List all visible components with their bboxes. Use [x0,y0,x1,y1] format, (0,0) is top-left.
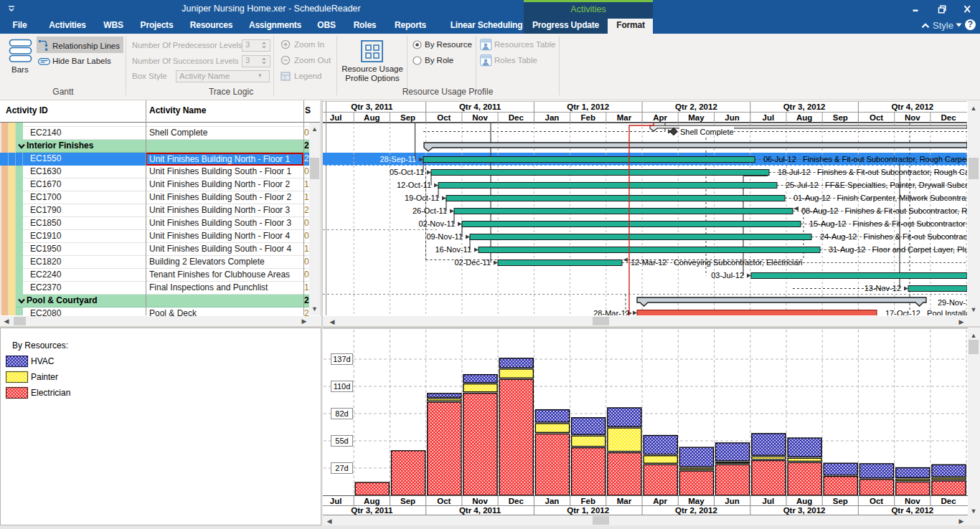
svg-text:28-Sep-11: 28-Sep-11 [380,155,416,163]
svg-text:02-Dec-11: 02-Dec-11 [454,258,491,267]
svg-text:16-Nov-11: 16-Nov-11 [435,245,471,254]
svg-text:May: May [688,497,705,505]
svg-text:▶: ▶ [959,518,964,525]
svg-text:29-Nov-1: 29-Nov-1 [938,298,970,307]
svg-text:Oct: Oct [437,113,451,122]
svg-text:Sep: Sep [400,113,415,122]
svg-text:Jul: Jul [763,113,775,122]
svg-text:Nov: Nov [905,497,920,505]
svg-text:05-Oct-11: 05-Oct-11 [390,168,424,176]
svg-text:Qtr 4, 2012: Qtr 4, 2012 [891,506,933,515]
svg-text:Jun: Jun [725,497,739,505]
svg-text:Jul: Jul [763,497,775,505]
svg-text:Oct: Oct [870,497,883,505]
svg-text:Oct: Oct [437,497,451,505]
svg-text:Sep: Sep [833,497,848,505]
svg-text:Nov: Nov [472,113,488,122]
svg-text:55d: 55d [335,437,348,445]
svg-text:Qtr 3, 2011: Qtr 3, 2011 [351,103,393,111]
svg-text:Shell Complete: Shell Complete [680,128,734,136]
svg-text:▼: ▼ [971,507,977,515]
svg-text:Mar: Mar [617,497,632,505]
svg-text:137d: 137d [333,355,350,363]
svg-text:Aug: Aug [796,497,812,505]
svg-text:Qtr 3, 2012: Qtr 3, 2012 [783,103,826,111]
svg-text:Sep: Sep [400,497,415,505]
svg-text:06-Jul-12 Finishes & Fit-out: 06-Jul-12 Finishes & Fit-out Subcontract… [763,155,971,163]
svg-text:▼: ▼ [971,306,977,313]
svg-text:Qtr 3, 2011: Qtr 3, 2011 [351,506,393,515]
svg-text:Qtr 1, 2012: Qtr 1, 2012 [567,506,609,515]
svg-text:Oct: Oct [870,113,883,122]
svg-text:Sep: Sep [833,113,848,122]
svg-text:13-Nov-12: 13-Nov-12 [864,284,901,292]
svg-text:03-Jul-12: 03-Jul-12 [711,271,744,280]
svg-text:▲: ▲ [971,105,977,112]
svg-text:12-Oct-11: 12-Oct-11 [397,181,431,189]
svg-text:Qtr 2, 2012: Qtr 2, 2012 [675,506,717,515]
svg-text:Jan: Jan [545,113,560,122]
svg-text:82d: 82d [335,409,348,418]
svg-text:31-Aug-12 Floor and Carpet L: 31-Aug-12 Floor and Carpet Layer, Plu [829,245,969,254]
svg-text:◀: ◀ [330,318,335,325]
svg-text:24-Aug-12 Finishes & Fit-out: 24-Aug-12 Finishes & Fit-out Subcontrac [820,232,967,241]
svg-text:Qtr 2, 2012: Qtr 2, 2012 [675,103,717,111]
svg-text:Jun: Jun [725,113,739,122]
svg-text:Aug: Aug [364,497,380,505]
svg-text:Aug: Aug [796,113,812,122]
svg-text:Jan: Jan [545,497,560,505]
svg-text:Aug: Aug [364,113,380,122]
svg-text:Jul: Jul [330,497,342,505]
svg-text:15-Aug-12 Finishes & Fit-out: 15-Aug-12 Finishes & Fit-out Subcontract… [809,219,966,228]
svg-text:Nov: Nov [472,497,488,505]
svg-text:Qtr 4, 2011: Qtr 4, 2011 [459,103,501,111]
svg-text:▲: ▲ [971,332,977,339]
svg-text:Dec: Dec [941,497,956,505]
svg-text:Qtr 4, 2012: Qtr 4, 2012 [891,103,933,111]
svg-text:Qtr 1, 2012: Qtr 1, 2012 [567,103,609,111]
svg-text:Feb: Feb [580,113,595,122]
svg-text:▶: ▶ [959,318,964,325]
svg-text:01-Aug-12 Finish Carpenter,: 01-Aug-12 Finish Carpenter, Millwork Sub… [793,194,966,202]
svg-text:27d: 27d [335,464,348,472]
svg-text:May: May [688,113,705,122]
svg-text:Mar: Mar [617,113,632,122]
svg-text:09-Nov-11: 09-Nov-11 [426,232,463,241]
svg-text:Dec: Dec [509,497,524,505]
svg-text:Qtr 3, 2012: Qtr 3, 2012 [783,506,826,515]
svg-text:Qtr 4, 2011: Qtr 4, 2011 [459,506,501,515]
svg-text:02-Nov-11: 02-Nov-11 [418,219,455,228]
svg-text:Dec: Dec [509,113,524,122]
svg-text:25-Jul-12 FF&E Specialties,: 25-Jul-12 FF&E Specialties, Painter, Dry… [786,181,969,189]
svg-text:Apr: Apr [653,113,667,122]
svg-text:08-Aug-12 Finishes & Fit-out: 08-Aug-12 Finishes & Fit-out Subcontract… [801,206,967,215]
svg-text:18-Jul-12 Finishes & Fit-out: 18-Jul-12 Finishes & Fit-out Subcontract… [778,168,970,176]
svg-text:◀: ◀ [327,518,332,525]
svg-text:Feb: Feb [580,497,595,505]
svg-text:Apr: Apr [653,497,667,505]
svg-text:12-Mar-12 Conveying Subcontr: 12-Mar-12 Conveying Subcontractor, Elect… [631,258,803,267]
svg-text:Dec: Dec [941,113,956,122]
svg-text:19-Oct-11: 19-Oct-11 [405,194,439,202]
svg-text:Nov: Nov [905,113,920,122]
svg-text:110d: 110d [334,382,351,391]
svg-text:Jul: Jul [330,113,342,122]
svg-text:26-Oct-11: 26-Oct-11 [413,206,447,215]
